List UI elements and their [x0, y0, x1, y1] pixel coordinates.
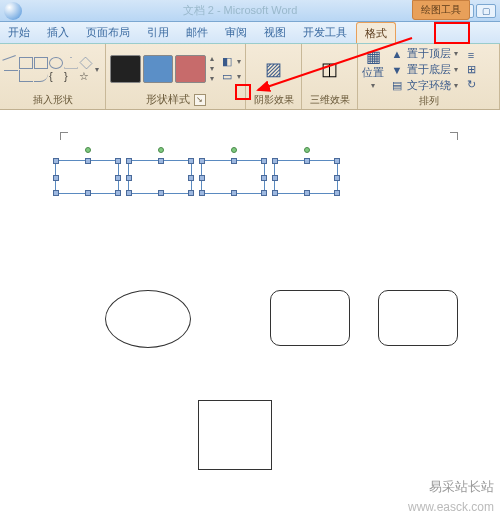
crop-mark-icon: [60, 132, 68, 140]
text-wrap-button[interactable]: ▤文字环绕▾: [390, 78, 458, 93]
bring-front-button[interactable]: ▲置于顶层▾: [390, 46, 458, 61]
tab-home[interactable]: 开始: [0, 22, 39, 43]
contextual-tab-drawing-tools: 绘图工具: [412, 0, 470, 20]
group-arrange: ▦ 位置 ▾ ▲置于顶层▾ ▼置于底层▾ ▤文字环绕▾ ≡ ⊞ ↻ 排列: [358, 44, 500, 109]
shape-curve-icon[interactable]: [34, 70, 48, 82]
shape-fill-button[interactable]: ◧▾: [220, 54, 241, 68]
position-icon[interactable]: ▦: [366, 50, 380, 64]
ribbon-tabs: 开始 插入 页面布局 引用 邮件 审阅 视图 开发工具 格式: [0, 22, 500, 44]
selected-shape-4[interactable]: [274, 160, 338, 194]
group-label-shape-styles: 形状样式: [146, 92, 190, 107]
front-icon: ▲: [390, 47, 404, 61]
wrap-icon: ▤: [390, 79, 404, 93]
group-insert-shapes: { } ☆ ▾ 插入形状: [0, 44, 106, 109]
rotate-button[interactable]: ↻: [464, 78, 478, 92]
shape-outline-button[interactable]: ▭▾: [220, 69, 241, 83]
rotate-icon: ↻: [464, 78, 478, 92]
group-label-arrange: 排列: [362, 93, 495, 108]
square-shape[interactable]: [198, 400, 272, 470]
tab-view[interactable]: 视图: [256, 22, 295, 43]
shape-line-icon[interactable]: [2, 54, 19, 70]
style-swatch-black[interactable]: [110, 55, 141, 83]
back-icon: ▼: [390, 63, 404, 77]
office-orb-icon[interactable]: [4, 2, 22, 20]
selected-shape-2[interactable]: [128, 160, 192, 194]
tab-page-layout[interactable]: 页面布局: [78, 22, 139, 43]
group-icon: ⊞: [464, 63, 478, 77]
shape-lconn-icon[interactable]: [19, 70, 33, 82]
rotate-handle[interactable]: [158, 147, 164, 153]
styles-up-icon[interactable]: ▴: [210, 54, 214, 63]
style-swatch-red[interactable]: [175, 55, 206, 83]
styles-down-icon[interactable]: ▾: [210, 64, 214, 73]
selected-shape-1[interactable]: [55, 160, 119, 194]
tab-references[interactable]: 引用: [139, 22, 178, 43]
styles-more-icon[interactable]: ▾: [210, 74, 214, 83]
fill-icon: ◧: [220, 54, 234, 68]
shape-star-icon[interactable]: ☆: [79, 70, 93, 82]
ellipse-shape[interactable]: [105, 290, 191, 348]
tab-insert[interactable]: 插入: [39, 22, 78, 43]
maximize-button[interactable]: ▢: [476, 4, 496, 18]
rounded-rect-shape-2[interactable]: [378, 290, 458, 346]
group-3d: ◫ 三维效果: [302, 44, 358, 109]
group-shadow: ▨ 阴影效果: [246, 44, 302, 109]
group-button[interactable]: ⊞: [464, 63, 478, 77]
shapes-more-icon[interactable]: ▾: [95, 65, 99, 74]
ribbon: { } ☆ ▾ 插入形状 ▴ ▾ ▾ ◧▾ ▭▾ 形状样式 ↘: [0, 44, 500, 110]
watermark-text: 易采站长站: [429, 478, 494, 496]
watermark-url: www.easck.com: [408, 500, 494, 514]
rotate-handle[interactable]: [85, 147, 91, 153]
shadow-icon[interactable]: ▨: [267, 62, 281, 76]
group-label-3d: 三维效果: [306, 92, 353, 107]
tab-review[interactable]: 审阅: [217, 22, 256, 43]
title-text: 文档 2 - Microsoft Word: [28, 3, 452, 18]
shape-rect2-icon[interactable]: [34, 57, 48, 69]
tab-format[interactable]: 格式: [356, 22, 396, 43]
group-shape-styles: ▴ ▾ ▾ ◧▾ ▭▾ 形状样式 ↘: [106, 44, 246, 109]
send-back-button[interactable]: ▼置于底层▾: [390, 62, 458, 77]
shape-brace2-icon[interactable]: }: [64, 70, 78, 82]
align-button[interactable]: ≡: [464, 48, 478, 62]
shape-triangle-icon[interactable]: [64, 57, 78, 69]
shape-ellipse-icon[interactable]: [49, 57, 63, 69]
rotate-handle[interactable]: [304, 147, 310, 153]
rotate-handle[interactable]: [231, 147, 237, 153]
outline-icon: ▭: [220, 69, 234, 83]
tab-mailings[interactable]: 邮件: [178, 22, 217, 43]
document-canvas[interactable]: 易采站长站 www.easck.com: [0, 110, 500, 520]
shape-diamond-icon[interactable]: [80, 56, 93, 69]
group-label-insert-shapes: 插入形状: [4, 92, 101, 107]
tab-developer[interactable]: 开发工具: [295, 22, 356, 43]
shape-brace-icon[interactable]: {: [49, 70, 63, 82]
position-label: 位置: [362, 65, 384, 80]
selected-shape-3[interactable]: [201, 160, 265, 194]
crop-mark-icon: [450, 132, 458, 140]
cube-icon[interactable]: ◫: [323, 62, 337, 76]
rounded-rect-shape-1[interactable]: [270, 290, 350, 346]
align-icon: ≡: [464, 48, 478, 62]
shapes-gallery[interactable]: { } ☆: [4, 57, 93, 82]
shape-rect-icon[interactable]: [19, 57, 33, 69]
group-label-shadow: 阴影效果: [250, 92, 297, 107]
shape-styles-launcher[interactable]: ↘: [194, 94, 206, 106]
style-swatch-blue[interactable]: [143, 55, 174, 83]
shape-arrow-icon[interactable]: [4, 70, 18, 82]
